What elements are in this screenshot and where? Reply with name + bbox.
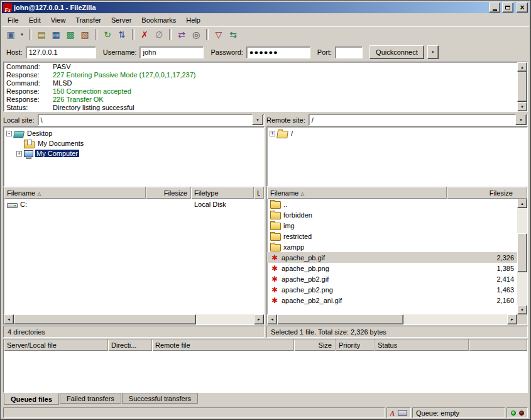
- remote-tree-item[interactable]: +/: [267, 128, 527, 138]
- queue-column-remote-file[interactable]: Remote file: [152, 340, 294, 351]
- queue-column-priority[interactable]: Priority: [336, 340, 375, 351]
- local-file-row[interactable]: C:Local Disk: [4, 199, 264, 209]
- menu-edit[interactable]: Edit: [24, 14, 46, 26]
- site-manager-button[interactable]: ▣: [4, 28, 18, 41]
- menu-bar: FileEditViewTransferServerBookmarksHelp: [2, 13, 529, 26]
- scroll-right-button[interactable]: [507, 314, 517, 324]
- scrollbar-thumb[interactable]: [517, 233, 527, 272]
- combo-dropdown-icon[interactable]: [515, 114, 527, 125]
- scroll-down-button[interactable]: [517, 102, 527, 111]
- combo-dropdown-icon[interactable]: [252, 114, 263, 125]
- remote-file-row[interactable]: ..: [267, 199, 517, 209]
- column-header-label: Filename: [270, 189, 298, 197]
- toggle-remote-tree-button[interactable]: ▩: [63, 28, 77, 41]
- toggle-message-log-button[interactable]: ▤: [35, 28, 48, 41]
- column-header-label: Directi...: [111, 341, 136, 349]
- scroll-right-button[interactable]: [254, 314, 264, 324]
- local-column-filename[interactable]: Filename: [4, 187, 146, 199]
- menu-bookmarks[interactable]: Bookmarks: [136, 14, 181, 26]
- image-file-icon: [270, 285, 279, 294]
- minimize-button[interactable]: [489, 3, 500, 13]
- column-header-label: Filesize: [490, 189, 513, 197]
- local-column-l[interactable]: L: [254, 187, 264, 199]
- menu-transfer[interactable]: Transfer: [70, 14, 106, 26]
- remote-horizontal-scrollbar[interactable]: [267, 314, 527, 324]
- collapse-icon[interactable]: -: [6, 131, 12, 136]
- remote-site-label: Remote site:: [266, 116, 305, 124]
- title-bar[interactable]: john@127.0.0.1 - FileZilla: [2, 2, 529, 13]
- tab-successful-transfers[interactable]: Successful transfers: [122, 393, 198, 404]
- folder-icon: [270, 233, 281, 241]
- toggle-transfer-queue-button[interactable]: ▧: [78, 28, 92, 41]
- queue-column-status[interactable]: Status: [375, 340, 469, 351]
- queue-column-directi[interactable]: Directi...: [108, 340, 152, 351]
- filezilla-logo-icon: [3, 3, 12, 12]
- queue-tabs: Queued filesFailed transfersSuccessful t…: [2, 393, 529, 405]
- log-vertical-scrollbar[interactable]: [517, 62, 527, 111]
- queue-column-spacer[interactable]: [469, 340, 527, 351]
- expand-icon[interactable]: +: [16, 151, 22, 157]
- local-tree-item[interactable]: +My Computer: [4, 148, 264, 158]
- local-tree-item[interactable]: -Desktop: [4, 128, 264, 138]
- directory-comparison-button[interactable]: ⇄: [175, 28, 189, 41]
- toggle-local-tree-button[interactable]: ▦: [49, 28, 63, 41]
- tab-failed-transfers[interactable]: Failed transfers: [60, 393, 121, 404]
- toggle-transfer-queue-icon: ▧: [80, 30, 89, 39]
- tab-queued-files[interactable]: Queued files: [4, 393, 59, 405]
- remote-file-row[interactable]: img: [267, 220, 517, 231]
- remote-column-filesize[interactable]: Filesize: [447, 187, 527, 199]
- remote-column-filename[interactable]: Filename: [267, 187, 447, 199]
- synchronized-browsing-button[interactable]: ⇆: [226, 28, 240, 41]
- scroll-left-button[interactable]: [4, 314, 14, 324]
- local-tree-item[interactable]: My Documents: [4, 138, 264, 148]
- disconnect-button[interactable]: ∅: [152, 28, 166, 41]
- remote-file-row[interactable]: restricted: [267, 231, 517, 241]
- remote-site-combo[interactable]: /: [309, 114, 528, 126]
- folder-icon: [270, 244, 281, 251]
- site-manager-icon: ▣: [6, 30, 14, 39]
- username-input[interactable]: [140, 47, 204, 58]
- host-input[interactable]: [26, 47, 96, 58]
- remote-file-row[interactable]: apache_pb2_ani.gif2,160: [267, 295, 517, 306]
- quickconnect-dropdown-button[interactable]: [427, 45, 439, 59]
- refresh-button[interactable]: ↻: [101, 28, 114, 41]
- local-horizontal-scrollbar[interactable]: [4, 314, 264, 324]
- activity-leds-panel: [506, 407, 528, 418]
- process-queue-icon: ⇅: [118, 30, 126, 39]
- port-input[interactable]: [335, 47, 363, 58]
- local-site-combo[interactable]: \: [38, 114, 265, 126]
- cancel-button[interactable]: ✗: [138, 28, 151, 41]
- menu-help[interactable]: Help: [181, 14, 205, 26]
- remote-vertical-scrollbar[interactable]: [517, 199, 527, 314]
- scroll-up-button[interactable]: [517, 199, 527, 208]
- menu-view[interactable]: View: [46, 14, 71, 26]
- quickconnect-button[interactable]: Quickconnect: [370, 45, 424, 59]
- file-search-button[interactable]: ◎: [189, 28, 203, 41]
- local-column-filesize[interactable]: Filesize: [146, 187, 191, 199]
- local-column-filetype[interactable]: Filetype: [191, 187, 254, 199]
- scroll-up-button[interactable]: [517, 62, 527, 72]
- scroll-left-button[interactable]: [267, 314, 277, 324]
- scrollbar-thumb[interactable]: [277, 314, 403, 324]
- remote-file-row[interactable]: apache_pb2.gif2,414: [267, 274, 517, 284]
- remote-file-row[interactable]: xampp: [267, 241, 517, 252]
- password-input[interactable]: [246, 47, 310, 58]
- process-queue-button[interactable]: ⇅: [115, 28, 129, 41]
- remote-file-row[interactable]: apache_pb2.png1,463: [267, 284, 517, 295]
- scrollbar-corner: [517, 314, 527, 324]
- queue-column-server-local-file[interactable]: Server/Local file: [4, 340, 108, 351]
- menu-file[interactable]: File: [3, 14, 24, 26]
- site-manager-dropdown-button[interactable]: [18, 28, 26, 41]
- remote-file-row[interactable]: apache_pb.gif2,326: [267, 252, 517, 263]
- remote-file-row[interactable]: forbidden: [267, 209, 517, 220]
- close-button[interactable]: [517, 3, 528, 13]
- scroll-down-button[interactable]: [517, 305, 527, 314]
- remote-file-row[interactable]: apache_pb.png1,385: [267, 263, 517, 274]
- filter-button[interactable]: ▽: [212, 28, 226, 41]
- queue-column-size[interactable]: Size: [294, 340, 336, 351]
- scrollbar-thumb[interactable]: [14, 314, 196, 324]
- maximize-button[interactable]: [502, 3, 513, 13]
- menu-server[interactable]: Server: [106, 14, 136, 26]
- scrollbar-thumb[interactable]: [517, 72, 527, 102]
- expand-icon[interactable]: +: [270, 131, 275, 136]
